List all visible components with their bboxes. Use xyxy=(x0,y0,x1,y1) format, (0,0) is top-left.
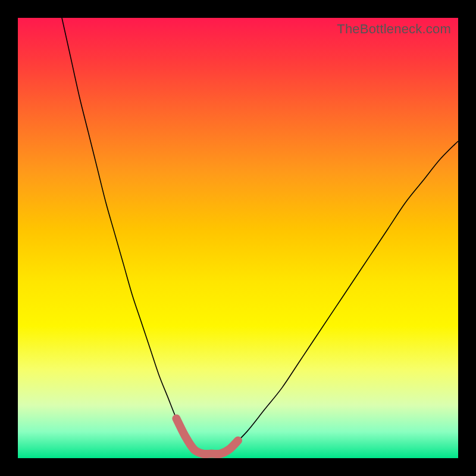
curve-right xyxy=(229,141,458,449)
curve-valley-highlight xyxy=(176,418,238,454)
plot-area: TheBottleneck.com xyxy=(18,18,458,458)
curve-svg xyxy=(18,18,458,458)
chart-frame: TheBottleneck.com xyxy=(0,0,476,476)
curve-left xyxy=(62,18,194,449)
